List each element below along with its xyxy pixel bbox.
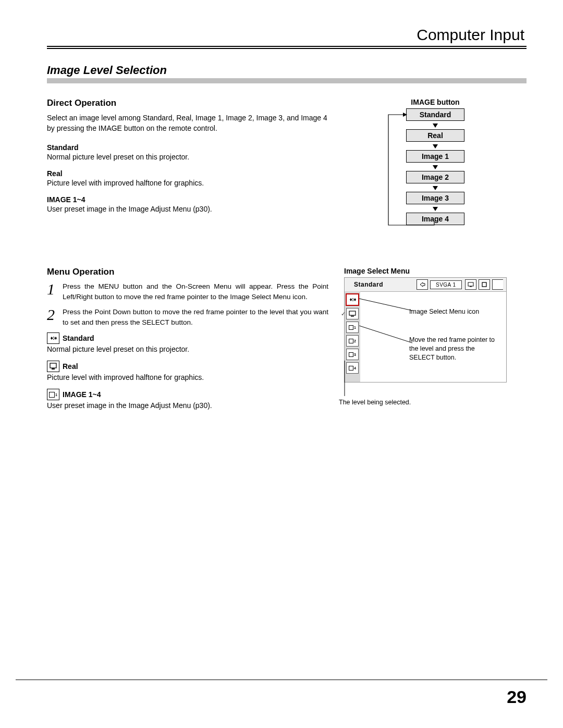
down-arrow-icon (368, 205, 503, 212)
flow-box: Image 4 (406, 213, 464, 225)
step-text: Press the Point Down button to move the … (63, 307, 328, 327)
svg-marker-10 (350, 298, 352, 301)
down-arrow-icon (368, 163, 503, 170)
direct-op-intro: Select an image level among Standard, Re… (47, 113, 328, 134)
callout-text: Image Select Menu icon (409, 307, 479, 316)
flow-box: Standard (406, 108, 464, 121)
icon-desc: User preset image in the Image Adjust Me… (47, 401, 328, 410)
monitor-icon (49, 363, 57, 370)
diamond-icon (49, 336, 57, 341)
svg-marker-2 (53, 337, 55, 340)
down-arrow-icon (368, 184, 503, 191)
callout-line-icon (338, 361, 359, 402)
image-n-icon: 1 (47, 389, 59, 400)
monitor-icon (465, 279, 476, 290)
svg-marker-11 (352, 298, 354, 301)
sidebar-real-icon: ✓ (346, 308, 359, 319)
menu-shot-title: Image Select Menu (344, 267, 527, 275)
item-desc: User preset image in the Image Adjust Me… (47, 205, 328, 213)
svg-line-16 (359, 326, 412, 343)
page-number: 29 (507, 687, 527, 707)
check-icon: ✓ (341, 311, 346, 317)
callout-text: Move the red frame pointer to the level … (409, 336, 498, 362)
direct-op-heading: Direct Operation (47, 98, 328, 108)
section-bar (47, 78, 527, 83)
footer-rule (16, 680, 547, 680)
svg-marker-1 (51, 337, 53, 340)
sidebar-image1-icon: 1 (346, 322, 359, 333)
callout-lines-icon (345, 278, 506, 382)
icon-label: Standard (63, 334, 94, 342)
item-desc: Picture level with improved halftone for… (47, 179, 328, 187)
item-desc: Normal picture level preset on this proj… (47, 153, 328, 161)
chapter-title: Computer Input (47, 26, 527, 44)
flow-box: Real (406, 129, 464, 142)
standard-icon (47, 332, 59, 344)
partial-icon (492, 279, 503, 290)
step-number: 1 (47, 281, 63, 302)
flow-box: Image 3 (406, 192, 464, 204)
item-heading: Real (47, 169, 328, 178)
flow-diagram: Standard Real Image 1 Image 2 Image 3 Im… (368, 108, 503, 225)
svg-rect-5 (52, 368, 55, 369)
svg-rect-7 (468, 282, 473, 286)
svg-rect-4 (50, 363, 56, 368)
icon-desc: Normal picture level preset on this proj… (47, 345, 328, 353)
menu-screenshot: Standard SVGA 1 (344, 277, 507, 382)
svg-rect-14 (351, 316, 354, 317)
menu-op-heading: Menu Operation (47, 267, 328, 277)
item-heading: Standard (47, 143, 328, 152)
flow-title: IMAGE button (344, 98, 527, 106)
svg-rect-8 (470, 286, 472, 287)
icon-label: Real (63, 362, 78, 371)
arrow-left-icon (417, 279, 428, 290)
step-number: 2 (47, 307, 63, 327)
down-arrow-icon (368, 142, 503, 150)
menu-top-label: Standard (345, 281, 417, 288)
svg-rect-9 (482, 282, 486, 287)
svg-marker-6 (420, 282, 425, 287)
real-icon (47, 361, 59, 372)
section-title: Image Level Selection (47, 64, 527, 77)
icon-desc: Picture level with improved halftone for… (47, 373, 328, 381)
step-text: Press the MENU button and the On-Screen … (63, 281, 328, 302)
square-icon (479, 279, 490, 290)
sidebar-standard-icon (346, 293, 359, 306)
item-heading: IMAGE 1~4 (47, 195, 328, 204)
icon-label: IMAGE 1~4 (63, 390, 101, 399)
sidebar-image3-icon: 3 (346, 349, 359, 360)
svga-label: SVGA 1 (430, 280, 462, 289)
svg-rect-13 (349, 311, 356, 315)
flow-box: Image 2 (406, 171, 464, 183)
svg-marker-3 (55, 337, 57, 340)
svg-line-15 (359, 299, 412, 311)
header-rule (47, 46, 527, 49)
svg-marker-12 (354, 298, 356, 301)
callout-text: The level being selected. (339, 398, 411, 407)
flow-box: Image 1 (406, 150, 464, 163)
sidebar-image2-icon: 2 (346, 335, 359, 347)
down-arrow-icon (368, 121, 503, 129)
